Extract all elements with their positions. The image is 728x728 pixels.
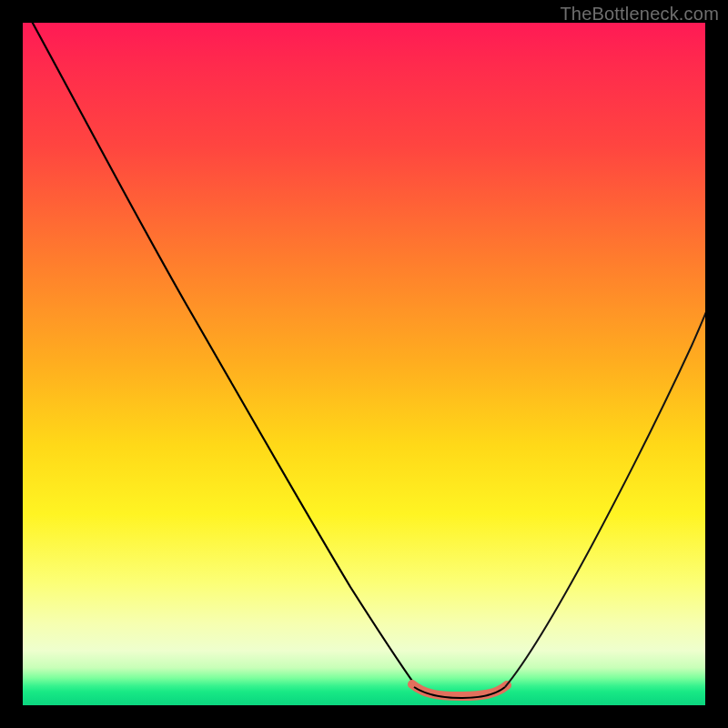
watermark-text: TheBottleneck.com [560,4,719,25]
curve-left-branch [30,23,416,686]
chart-stage: TheBottleneck.com [0,0,728,728]
curve-layer [23,23,705,705]
plot-area [23,23,705,705]
curve-right-branch [505,303,705,687]
